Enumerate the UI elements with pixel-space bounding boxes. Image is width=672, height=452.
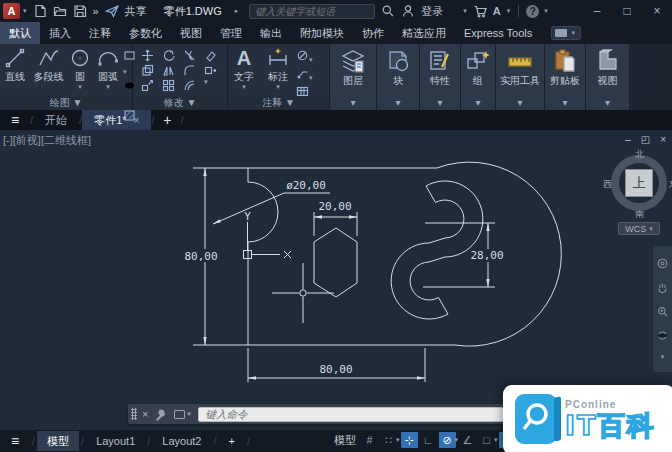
offset-icon[interactable] xyxy=(183,79,196,92)
open-folder-icon[interactable] xyxy=(53,4,67,18)
arc-flyout-icon[interactable]: ▾ xyxy=(106,84,110,90)
line-tool[interactable]: 直线 xyxy=(0,47,30,136)
layers-flyout-icon[interactable]: ▾ xyxy=(330,96,376,110)
center-mark-tool[interactable]: ▾ xyxy=(296,49,313,64)
copy-icon[interactable] xyxy=(141,64,154,77)
command-close-icon[interactable]: × xyxy=(142,408,148,420)
scale-icon[interactable] xyxy=(141,79,154,92)
layout2-tab[interactable]: Layout2 xyxy=(152,431,211,451)
tab-manage[interactable]: 管理 xyxy=(211,22,251,44)
tab-express-tools[interactable]: Express Tools xyxy=(455,22,541,44)
osnap-caret-icon[interactable]: ▾ xyxy=(494,436,498,444)
dim-flyout-icon[interactable]: ▾ xyxy=(276,84,280,90)
viewcube-wcs-menu[interactable]: WCS▾ xyxy=(618,222,660,235)
ortho-toggle-icon[interactable]: ∟ xyxy=(420,432,437,448)
mirror-icon[interactable] xyxy=(162,64,175,77)
move-icon[interactable] xyxy=(141,49,154,62)
properties-flyout-icon[interactable]: ▾ xyxy=(420,96,460,110)
new-file-icon[interactable] xyxy=(33,4,47,18)
tab-annotate[interactable]: 注释 xyxy=(80,22,120,44)
trim-icon[interactable] xyxy=(183,49,196,62)
new-drawing-button[interactable]: + xyxy=(154,110,180,130)
signin-caret-icon[interactable]: ▾ xyxy=(460,7,470,15)
dimension-tool[interactable]: 标注 ▾ xyxy=(260,47,296,100)
tab-home[interactable]: 默认 xyxy=(0,22,40,44)
search-icon[interactable] xyxy=(381,4,395,18)
autodesk-caret-icon[interactable]: ▾ xyxy=(504,7,514,15)
rotate-icon[interactable] xyxy=(162,49,175,62)
osnap-toggle-icon[interactable]: □ xyxy=(478,432,495,448)
drawing-close-icon[interactable]: × xyxy=(660,134,666,145)
drawing-restore-icon[interactable]: ◰ xyxy=(641,134,650,145)
layout1-tab[interactable]: Layout1 xyxy=(86,431,145,451)
panel-clipboard[interactable]: 剪贴板 ▾ xyxy=(545,44,586,110)
panel-layers[interactable]: 图层 ▾ xyxy=(330,44,377,110)
app-menu-caret-icon[interactable]: ▾ xyxy=(20,7,30,15)
save-icon[interactable] xyxy=(73,4,87,18)
views-flyout-icon[interactable]: ▾ xyxy=(586,96,629,110)
zoom-extents-icon[interactable] xyxy=(657,306,668,317)
leader-tool[interactable]: ▾ xyxy=(296,67,313,82)
qat-expand-icon[interactable]: » xyxy=(93,5,99,17)
tab-insert[interactable]: 插入 xyxy=(40,22,80,44)
viewcube-top-face[interactable]: 上 xyxy=(625,169,653,197)
circle-flyout-icon[interactable]: ▾ xyxy=(78,84,82,90)
panel-utilities[interactable]: 实用工具 ▾ xyxy=(496,44,545,110)
draw-panel-label[interactable]: 绘图 ▼ xyxy=(0,96,132,110)
viewcube-north[interactable]: 北 xyxy=(635,148,644,161)
fillet-icon[interactable] xyxy=(183,64,196,77)
tab-parametric[interactable]: 参数化 xyxy=(120,22,171,44)
command-drag-grip[interactable] xyxy=(131,408,137,420)
new-layout-button[interactable]: + xyxy=(219,431,245,451)
clipboard-flyout-icon[interactable]: ▾ xyxy=(545,96,585,110)
title-flyout-icon[interactable]: ▸ xyxy=(232,7,242,15)
modify-more-icon[interactable]: ▾ xyxy=(204,79,219,92)
array-icon[interactable] xyxy=(162,79,175,92)
modify-panel-label[interactable]: 修改 ▼ xyxy=(133,96,227,110)
share-label[interactable]: 共享 xyxy=(125,4,147,19)
tab-output[interactable]: 输出 xyxy=(251,22,291,44)
polar-tracking-toggle-icon[interactable]: ⊘ xyxy=(439,432,456,448)
panel-groups[interactable]: 组 ▾ xyxy=(461,44,496,110)
viewcube-south[interactable]: 南 xyxy=(635,208,644,221)
annotate-panel-label[interactable]: 注释 ▼ xyxy=(228,96,329,110)
ribbon-display-toggle[interactable]: ▾ xyxy=(551,26,581,40)
tab-featured-apps[interactable]: 精选应用 xyxy=(393,22,455,44)
tab-view[interactable]: 视图 xyxy=(171,22,211,44)
panel-block[interactable]: 块 ▾ xyxy=(377,44,420,110)
navbar-more-icon[interactable]: ▾ xyxy=(661,354,665,360)
circle-tool[interactable]: 圆 ▾ xyxy=(67,47,93,136)
autodesk-mark-icon[interactable]: A xyxy=(493,5,501,17)
viewcube-west[interactable]: 西 xyxy=(603,178,612,191)
model-paper-toggle[interactable]: 模型 xyxy=(331,432,359,448)
autocad-logo[interactable]: A xyxy=(3,3,20,19)
pan-icon[interactable] xyxy=(657,282,668,293)
sign-in-label[interactable]: 登录 xyxy=(421,4,443,19)
snap-caret-icon[interactable]: ▾ xyxy=(396,436,400,444)
erase-icon[interactable] xyxy=(204,49,217,62)
dynamic-input-toggle-icon[interactable]: ⊹ xyxy=(401,432,418,448)
panel-properties[interactable]: 特性 ▾ xyxy=(420,44,461,110)
help-icon[interactable]: ? xyxy=(526,5,539,18)
minimize-button[interactable]: – xyxy=(586,4,608,18)
tab-addins[interactable]: 附加模块 xyxy=(291,22,353,44)
navigation-bar[interactable]: ▾ xyxy=(653,246,672,372)
stretch-icon[interactable] xyxy=(204,64,217,77)
orbit-icon[interactable] xyxy=(657,330,668,341)
text-flyout-icon[interactable]: ▾ xyxy=(242,84,246,90)
help-caret-icon[interactable]: ▾ xyxy=(541,7,551,15)
arc-tool[interactable]: 圆弧 ▾ xyxy=(93,47,123,136)
panel-views[interactable]: 视图 ▾ xyxy=(586,44,630,110)
text-tool[interactable]: A 文字 ▾ xyxy=(228,47,260,100)
search-input[interactable] xyxy=(250,6,374,17)
model-tab[interactable]: 模型 xyxy=(37,431,79,451)
groups-flyout-icon[interactable]: ▾ xyxy=(461,96,495,110)
close-button[interactable]: × xyxy=(646,4,668,18)
polyline-tool[interactable]: 多段线 xyxy=(30,47,67,136)
block-flyout-icon[interactable]: ▾ xyxy=(377,96,419,110)
user-icon[interactable] xyxy=(401,4,415,18)
customize-wrench-icon[interactable] xyxy=(153,408,166,421)
share-icon[interactable] xyxy=(105,4,119,18)
utilities-flyout-icon[interactable]: ▾ xyxy=(496,96,544,110)
recent-commands-button[interactable]: ▾ xyxy=(171,407,193,421)
